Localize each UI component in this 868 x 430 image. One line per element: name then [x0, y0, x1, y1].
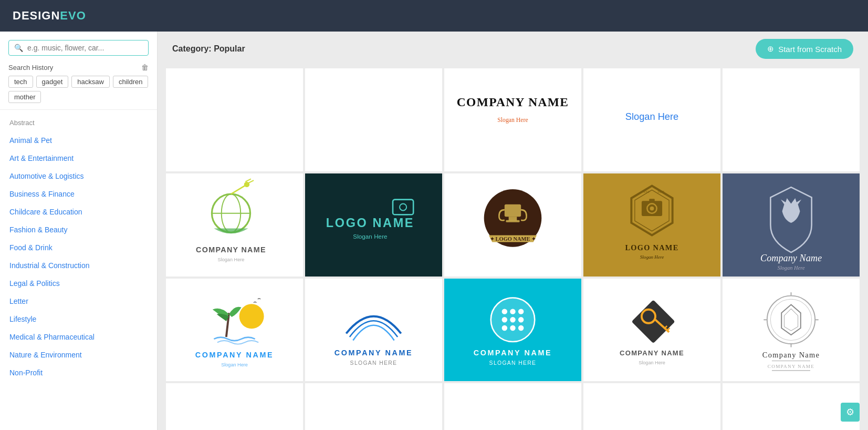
svg-text:SLOGAN HERE: SLOGAN HERE [489, 360, 537, 366]
template-card[interactable] [723, 68, 860, 171]
svg-rect-98 [723, 383, 860, 430]
sidebar-item-industrial-construction[interactable]: Industrial & Construction [0, 257, 157, 274]
template-card[interactable]: COMPANY NAME SLOGAN HERE [305, 279, 442, 382]
svg-rect-87 [166, 383, 303, 430]
start-scratch-label: Start from Scratch [778, 45, 842, 54]
search-history-label: Search History [8, 64, 53, 71]
sidebar-item-food-drink[interactable]: Food & Drink [0, 239, 157, 257]
history-tag-children[interactable]: children [113, 76, 149, 88]
svg-point-63 [518, 325, 524, 330]
search-history-header: Search History 🗑 [8, 63, 149, 71]
start-from-scratch-button[interactable]: ⊕ Start from Scratch [756, 39, 853, 59]
template-card[interactable] [305, 68, 442, 171]
svg-text:COMPANY NAME: COMPANY NAME [620, 349, 684, 357]
svg-text:EST: EST [644, 189, 650, 193]
svg-rect-7 [723, 68, 860, 171]
template-card[interactable]: Company Name Slogan Here [723, 173, 860, 277]
search-history-section: Search History 🗑 tech gadget hacksaw chi… [0, 60, 157, 110]
svg-point-45 [239, 304, 264, 329]
templates-grid: COMPANY NAME Slogan Here Slogan Here [158, 66, 868, 430]
sidebar-item-letter[interactable]: Letter [0, 292, 157, 310]
history-tags: tech gadget hacksaw children mother [8, 76, 149, 103]
history-tag-tech[interactable]: tech [8, 76, 33, 88]
sidebar-item-childcare-education[interactable]: Childcare & Education [0, 203, 157, 221]
svg-text:LOGO NAME: LOGO NAME [326, 216, 414, 230]
clear-history-icon[interactable]: 🗑 [141, 63, 149, 71]
svg-text:COMPANY NAME: COMPANY NAME [196, 245, 266, 254]
svg-text:Slogan Here: Slogan Here [777, 264, 804, 270]
template-card[interactable] [166, 383, 303, 430]
svg-text:✦ LOGO NAME ✦: ✦ LOGO NAME ✦ [490, 236, 536, 242]
search-section: 🔍 [0, 32, 157, 60]
template-card[interactable]: COMPANY NAME Slogan Here [444, 68, 581, 171]
sidebar-category-truncated: Abstract [0, 114, 157, 131]
svg-text:LOGO NAME: LOGO NAME [625, 243, 678, 252]
category-prefix: Category: [172, 44, 214, 53]
sidebar-item-fashion-beauty[interactable]: Fashion & Beauty [0, 221, 157, 239]
sidebar: 🔍 Search History 🗑 tech gadget hacksaw c… [0, 32, 158, 430]
template-card[interactable]: EST 1985 LOGO NAME Slogan Here [583, 173, 720, 277]
template-card[interactable] [583, 383, 720, 430]
svg-point-61 [502, 325, 507, 330]
svg-point-57 [518, 309, 524, 314]
history-tag-gadget[interactable]: gadget [36, 76, 69, 88]
template-card[interactable] [166, 68, 303, 171]
template-card[interactable]: LOGO NAME Slogan Here [305, 173, 442, 277]
template-card[interactable]: ✦ LOGO NAME ✦ [444, 173, 581, 277]
template-card[interactable] [305, 383, 442, 430]
svg-text:Slogan Here: Slogan Here [625, 111, 678, 122]
svg-point-35 [650, 206, 654, 210]
sidebar-item-automotive-logistics[interactable]: Automotive & Logistics [0, 167, 157, 185]
app-header: DESIGNEVO [0, 0, 868, 32]
history-tag-mother[interactable]: mother [8, 91, 41, 103]
svg-point-55 [502, 309, 507, 314]
svg-text:Slogan Here: Slogan Here [497, 117, 528, 124]
sidebar-item-non-profit[interactable]: Non-Profit [0, 364, 157, 382]
svg-text:Company Name: Company Name [760, 253, 822, 263]
main-layout: 🔍 Search History 🗑 tech gadget hacksaw c… [0, 32, 868, 430]
sidebar-item-business-finance[interactable]: Business & Finance [0, 185, 157, 203]
search-icon: 🔍 [14, 44, 23, 52]
history-tag-hacksaw[interactable]: hacksaw [71, 76, 110, 88]
svg-text:COMPANY NAME: COMPANY NAME [334, 349, 413, 357]
svg-rect-36 [649, 199, 654, 201]
sidebar-item-legal-politics[interactable]: Legal & Politics [0, 274, 157, 292]
start-scratch-icon: ⊕ [767, 44, 774, 54]
svg-point-56 [510, 309, 515, 314]
content-area: Category: Popular ⊕ Start from Scratch [158, 32, 868, 430]
svg-text:COMPANY NAME: COMPANY NAME [457, 95, 569, 109]
svg-point-59 [510, 317, 515, 322]
sidebar-item-animal-pet[interactable]: Animal & Pet [0, 131, 157, 149]
search-input[interactable] [27, 44, 143, 52]
svg-text:COMPANY NAME: COMPANY NAME [474, 349, 552, 357]
svg-rect-28 [506, 220, 519, 222]
template-card[interactable]: Slogan Here [583, 68, 720, 171]
content-header: Category: Popular ⊕ Start from Scratch [158, 32, 868, 66]
template-card[interactable]: COMPANY NAME SLOGAN HERE [444, 279, 581, 382]
svg-point-58 [502, 317, 507, 322]
svg-point-62 [510, 325, 515, 330]
sidebar-item-lifestyle[interactable]: Lifestyle [0, 310, 157, 328]
sidebar-categories: Abstract Animal & Pet Art & Entertainmen… [0, 110, 157, 386]
search-box[interactable]: 🔍 [8, 40, 149, 56]
svg-rect-88 [305, 383, 442, 430]
svg-rect-1 [305, 68, 442, 171]
template-card[interactable]: COMPANY NAME Slogan Here [583, 279, 720, 382]
sidebar-item-medical-pharmaceutical[interactable]: Medical & Pharmaceutical [0, 328, 157, 346]
svg-text:SLOGAN HERE: SLOGAN HERE [350, 360, 398, 366]
template-card[interactable]: COMPANY NAME Slogan Here [166, 279, 303, 382]
sidebar-item-nature-environment[interactable]: Nature & Environment [0, 346, 157, 364]
template-card[interactable] [444, 383, 581, 430]
template-card[interactable]: Company Name COMPANY NAME [723, 279, 860, 382]
svg-rect-26 [505, 204, 521, 216]
svg-text:Slogan Here: Slogan Here [221, 362, 248, 367]
svg-text:1985: 1985 [657, 189, 664, 193]
template-card[interactable]: COMPANY NAME Slogan Here [166, 173, 303, 277]
svg-point-60 [518, 317, 524, 322]
settings-button[interactable]: ⚙ [841, 403, 860, 422]
sidebar-item-art-entertainment[interactable]: Art & Entertainment [0, 149, 157, 167]
logo-design-text: DESIGN [13, 9, 60, 22]
svg-text:Slogan Here: Slogan Here [353, 233, 387, 240]
template-card[interactable] [723, 383, 860, 430]
svg-text:Company Name: Company Name [762, 351, 820, 359]
